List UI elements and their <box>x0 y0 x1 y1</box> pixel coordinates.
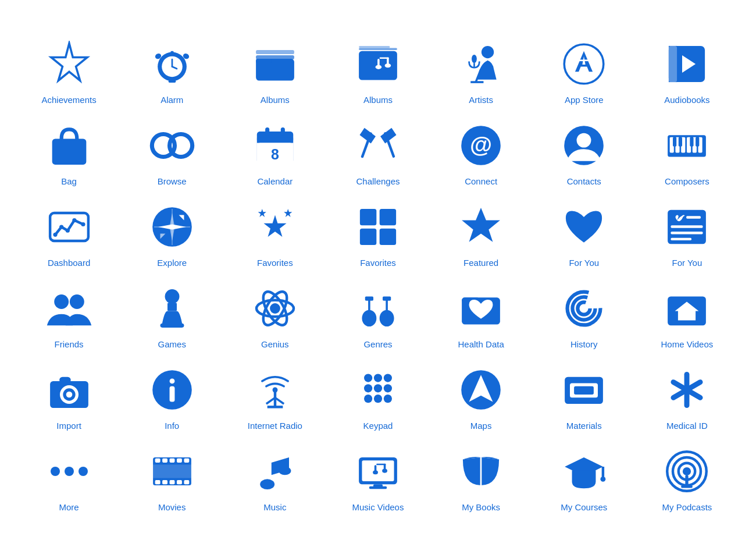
icon-item-audiobooks: Audiobooks <box>636 32 739 108</box>
svg-rect-111 <box>59 377 71 383</box>
audiobooks-icon <box>661 38 713 90</box>
icon-item-my-podcasts: My Podcasts <box>636 439 739 515</box>
for-you-heart-icon <box>558 201 610 253</box>
music-label: Music <box>263 502 286 512</box>
icon-item-for-you-list: For You <box>636 195 739 271</box>
icon-item-contacts: Contacts <box>533 113 636 189</box>
icon-item-favorites-stars: Favorites <box>223 195 326 271</box>
svg-rect-10 <box>256 55 294 59</box>
history-icon <box>558 282 610 335</box>
svg-rect-80 <box>360 229 376 245</box>
calendar-label: Calendar <box>257 176 293 186</box>
albums-music-label: Albums <box>363 95 393 105</box>
svg-rect-9 <box>256 50 294 54</box>
svg-rect-154 <box>153 464 191 478</box>
svg-point-124 <box>374 374 382 382</box>
svg-point-125 <box>384 374 392 382</box>
svg-rect-38 <box>265 127 269 136</box>
svg-point-64 <box>59 225 63 229</box>
svg-point-67 <box>81 222 85 226</box>
icon-item-info: Info <box>120 358 223 434</box>
svg-rect-173 <box>686 475 689 486</box>
icon-item-challenges: Challenges <box>326 113 429 189</box>
icon-item-app-store: App Store <box>533 32 636 108</box>
albums-folder-label: Albums <box>261 95 290 105</box>
import-label: Import <box>56 421 81 431</box>
icon-item-explore: Explore <box>120 195 223 271</box>
svg-rect-14 <box>359 48 397 50</box>
featured-label: Featured <box>463 258 498 268</box>
svg-rect-87 <box>671 238 692 240</box>
games-icon <box>146 282 198 335</box>
bag-icon <box>43 119 95 172</box>
icon-item-music-videos: Music Videos <box>326 439 429 515</box>
connect-label: Connect <box>465 176 497 186</box>
albums-folder-icon <box>249 38 301 90</box>
icon-item-my-courses: My Courses <box>533 439 636 515</box>
favorites-stars-icon <box>249 201 301 253</box>
svg-point-114 <box>66 392 72 398</box>
app-store-label: App Store <box>565 95 604 105</box>
svg-point-129 <box>364 395 372 403</box>
more-label: More <box>59 502 79 512</box>
svg-point-63 <box>53 233 57 237</box>
svg-text:8: 8 <box>271 146 279 162</box>
svg-rect-153 <box>184 480 189 484</box>
icon-item-music: Music <box>223 439 326 515</box>
svg-rect-146 <box>169 459 174 463</box>
for-you-heart-label: For You <box>569 258 599 268</box>
svg-marker-0 <box>51 43 87 80</box>
internet-radio-label: Internet Radio <box>248 421 302 431</box>
svg-rect-136 <box>574 386 594 395</box>
svg-text:@: @ <box>470 132 492 157</box>
svg-point-156 <box>279 467 291 475</box>
icon-item-dashboard: Dashboard <box>17 195 120 271</box>
icon-item-internet-radio: Internet Radio <box>223 358 326 434</box>
svg-rect-92 <box>160 324 184 328</box>
svg-point-24 <box>472 55 477 63</box>
icon-item-history: History <box>533 276 636 352</box>
svg-point-107 <box>578 302 590 314</box>
materials-label: Materials <box>566 421 602 431</box>
svg-rect-59 <box>679 137 682 147</box>
svg-rect-91 <box>167 303 177 311</box>
friends-icon <box>43 282 95 335</box>
genres-label: Genres <box>363 339 392 349</box>
svg-rect-101 <box>386 300 388 318</box>
contacts-label: Contacts <box>567 176 601 186</box>
svg-point-155 <box>260 479 274 489</box>
medical-id-label: Medical ID <box>666 421 708 431</box>
svg-rect-117 <box>169 386 174 402</box>
svg-rect-149 <box>155 480 160 484</box>
svg-point-116 <box>169 378 174 383</box>
svg-rect-58 <box>673 137 676 147</box>
svg-line-121 <box>275 397 284 404</box>
icon-item-more: More <box>17 439 120 515</box>
calendar-icon: 8 <box>249 119 301 172</box>
svg-rect-148 <box>184 459 189 463</box>
svg-rect-102 <box>383 297 391 301</box>
svg-point-131 <box>384 395 392 403</box>
movies-label: Movies <box>158 502 186 512</box>
svg-rect-150 <box>162 480 167 484</box>
svg-rect-145 <box>162 459 167 463</box>
icon-item-achievements: Achievements <box>17 32 120 108</box>
svg-point-168 <box>601 477 606 482</box>
favorites-stars-label: Favorites <box>257 258 293 268</box>
connect-icon: @ <box>455 119 507 172</box>
svg-rect-144 <box>155 459 160 463</box>
alarm-label: Alarm <box>161 95 183 105</box>
svg-rect-86 <box>671 232 703 234</box>
svg-point-122 <box>272 388 277 393</box>
medical-id-icon <box>661 364 713 416</box>
composers-icon <box>661 119 713 172</box>
challenges-label: Challenges <box>356 176 400 186</box>
achievements-icon <box>43 38 95 90</box>
svg-rect-39 <box>281 127 285 136</box>
icon-item-movies: Movies <box>120 439 223 515</box>
svg-rect-174 <box>682 485 693 488</box>
for-you-list-icon <box>661 201 713 253</box>
icon-item-browse: Browse <box>120 113 223 189</box>
icon-grid: Achievements Alarm <box>0 20 756 527</box>
icon-item-bag: Bag <box>17 113 120 189</box>
